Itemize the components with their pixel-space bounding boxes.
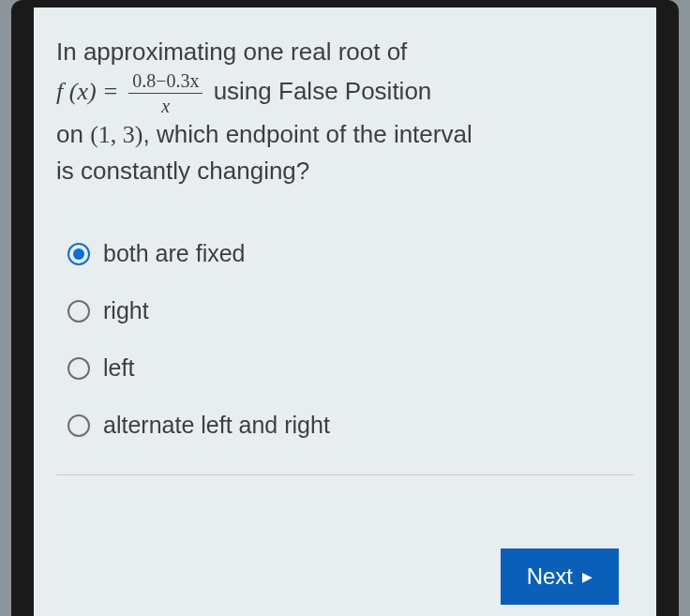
question-line2: f (x) = 0.8−0.3xx using False Position — [56, 70, 634, 116]
option-label: left — [103, 354, 134, 382]
radio-icon — [68, 414, 90, 437]
option-label: right — [103, 297, 149, 324]
fraction: 0.8−0.3xx — [128, 70, 202, 116]
phone-frame: In approximating one real root of f (x) … — [11, 0, 679, 616]
question-text: In approximating one real root of f (x) … — [56, 34, 634, 189]
next-button[interactable]: Next ▶ — [501, 548, 619, 605]
next-button-label: Next — [527, 563, 573, 590]
quiz-screen: In approximating one real root of f (x) … — [34, 8, 656, 616]
option-label: alternate left and right — [103, 412, 330, 439]
question-line2-rest: using False Position — [206, 77, 431, 105]
radio-icon — [68, 300, 90, 323]
option-alternate[interactable]: alternate left and right — [68, 397, 634, 454]
divider — [56, 474, 634, 475]
interval: (1, 3) — [90, 121, 142, 148]
question-line3b: , which endpoint of the interval — [142, 120, 472, 148]
question-line4: is constantly changing? — [56, 153, 634, 189]
option-right[interactable]: right — [68, 282, 634, 339]
fraction-denominator: x — [128, 94, 202, 116]
question-line3a: on — [56, 120, 90, 148]
radio-icon — [68, 357, 90, 380]
question-line3: on (1, 3), which endpoint of the interva… — [56, 116, 634, 153]
option-both-fixed[interactable]: both are fixed — [68, 225, 634, 282]
options-group: both are fixed right left alternate left… — [68, 225, 634, 454]
radio-icon — [68, 243, 90, 265]
question-line1: In approximating one real root of — [56, 34, 634, 70]
option-left[interactable]: left — [68, 339, 634, 397]
option-label: both are fixed — [103, 240, 246, 267]
fraction-numerator: 0.8−0.3x — [128, 70, 202, 94]
chevron-right-icon: ▶ — [582, 569, 592, 584]
function-lhs: f (x) = — [56, 78, 125, 105]
